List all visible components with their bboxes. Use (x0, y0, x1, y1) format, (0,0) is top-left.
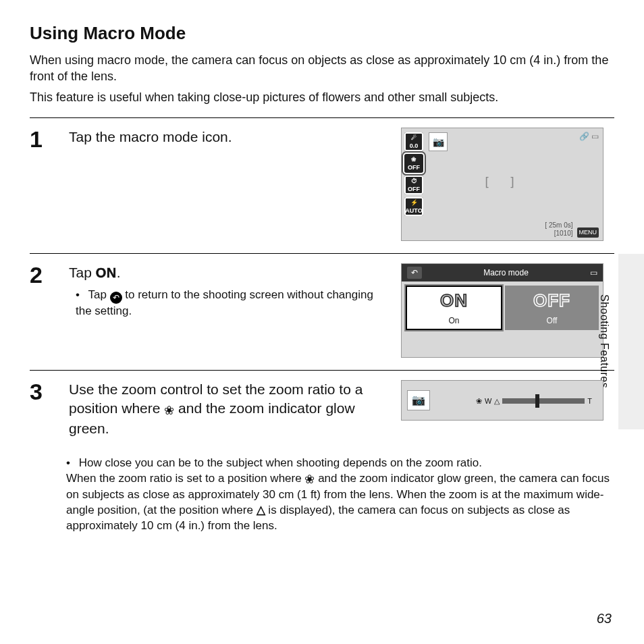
status-icons: 🔗 ▭ (579, 131, 599, 142)
wide-label: W (485, 396, 491, 406)
on-icon: ON (96, 265, 117, 280)
self-timer-icon[interactable]: ⏱ OFF (404, 176, 423, 194)
step-1: 1 Tap the macro mode icon. ☄ 0.0 ❀ OFF (30, 117, 614, 253)
triangle-icon: △ (257, 504, 265, 516)
step-3-details: How close you can be to the subject when… (66, 456, 614, 534)
flower-icon: ❀ (476, 396, 482, 406)
zoom-handle (535, 394, 539, 408)
battery-icon: ▭ (590, 267, 597, 278)
step-3-number: 3 (30, 380, 57, 444)
exposure-icon[interactable]: ☄ 0.0 (404, 132, 423, 151)
option-off[interactable]: OFF Off (505, 286, 599, 330)
flower-icon: ❀ (164, 404, 174, 417)
back-button[interactable]: ↶ (407, 267, 422, 279)
tele-label: T (587, 396, 592, 406)
step-2: 2 Tap ON. Tap ↶ to return to the shootin… (30, 253, 614, 370)
macro-mode-icon[interactable]: ❀ OFF (404, 154, 423, 173)
shot-counter: [1010] (545, 230, 572, 238)
page-title: Using Macro Mode (30, 22, 614, 45)
intro-line-2: This feature is useful when taking close… (30, 89, 614, 105)
step-2-bullet: Tap ↶ to return to the shooting screen w… (76, 288, 389, 319)
camera-lcd-zoom: 📷 ❀ W △ T (401, 380, 603, 421)
recording-time: [ 25m 0s] (545, 221, 572, 230)
step-3: 3 Use the zoom control to set the zoom r… (30, 370, 614, 456)
shooting-mode-icon[interactable]: 📷 (407, 390, 430, 410)
intro-line-1: When using macro mode, the camera can fo… (30, 52, 614, 85)
step-1-lead: Tap the macro mode icon. (69, 128, 389, 146)
camera-lcd-shooting: ☄ 0.0 ❀ OFF ⏱ OFF ⚡ AUTO (401, 128, 603, 241)
zoom-indicator: ❀ W △ T (476, 396, 592, 406)
option-on[interactable]: ON On (406, 286, 502, 330)
side-tab (618, 254, 644, 429)
step-2-number: 2 (30, 263, 57, 358)
step-1-number: 1 (30, 128, 57, 241)
back-icon: ↶ (110, 292, 122, 304)
step-3-lead: Use the zoom control to set the zoom rat… (69, 380, 389, 438)
camera-lcd-macro-menu: ↶ Macro mode ▭ ON On OFF Off (401, 263, 603, 358)
step-2-lead: Tap ON. (69, 263, 389, 282)
flower-icon: ❀ (304, 473, 315, 486)
menu-title: Macro mode (483, 267, 529, 278)
triangle-icon: △ (494, 396, 500, 406)
page-number: 63 (597, 610, 612, 628)
flash-icon[interactable]: ⚡ AUTO (404, 197, 423, 216)
focus-brackets: [ ] (483, 174, 522, 190)
menu-button[interactable]: MENU (577, 227, 599, 238)
section-label: Shooting Features (597, 294, 612, 388)
shooting-mode-icon[interactable]: 📷 (429, 132, 448, 151)
